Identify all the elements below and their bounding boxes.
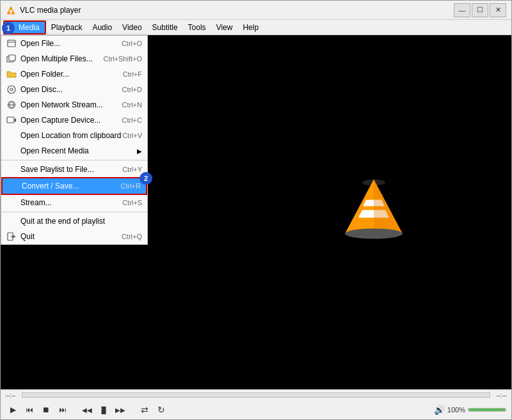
close-button[interactable]: ✕ bbox=[490, 3, 506, 17]
controls-bar: –:– –:– ▶ ⏮ ⏹ ⏭ ◀◀ ▐▌ ▶▶ ⇄ ↻ 🔊 100% bbox=[1, 389, 511, 419]
progress-bar[interactable] bbox=[22, 393, 490, 398]
svg-point-20 bbox=[345, 229, 403, 239]
menu-open-disc[interactable]: Open Disc... Ctrl+D bbox=[1, 82, 147, 97]
menu-subtitle[interactable]: Subtitle bbox=[147, 22, 183, 33]
volume-area: 🔊 100% bbox=[434, 405, 506, 415]
svg-point-7 bbox=[8, 86, 15, 93]
slower-button[interactable]: ◀◀ bbox=[80, 403, 94, 417]
menu-convert-save[interactable]: 2 Convert / Save... Ctrl+R bbox=[1, 177, 147, 195]
step2-badge: 2 bbox=[140, 172, 152, 185]
time-left: –:– bbox=[6, 391, 15, 399]
svg-point-8 bbox=[10, 88, 13, 91]
title-bar: VLC media player — ☐ ✕ bbox=[1, 1, 511, 20]
menu-tools[interactable]: Tools bbox=[183, 22, 211, 33]
maximize-button[interactable]: ☐ bbox=[472, 3, 488, 17]
menu-open-network[interactable]: Open Network Stream... Ctrl+N bbox=[1, 97, 147, 113]
separator-2 bbox=[1, 212, 147, 212]
volume-bar[interactable] bbox=[468, 408, 506, 412]
next-button[interactable]: ⏭ bbox=[56, 403, 70, 417]
open-multiple-icon bbox=[6, 54, 17, 64]
vlc-cone bbox=[339, 167, 409, 250]
menu-view[interactable]: View bbox=[211, 22, 238, 33]
app-icon bbox=[6, 5, 16, 15]
separator-1 bbox=[1, 160, 147, 160]
menu-open-multiple[interactable]: Open Multiple Files... Ctrl+Shift+O bbox=[1, 51, 147, 66]
menu-bar: 1 Media Playback Audio Video Subtitle To… bbox=[1, 20, 511, 35]
volume-fill bbox=[468, 408, 506, 411]
svg-rect-1 bbox=[10, 10, 13, 12]
menu-open-location[interactable]: Open Location from clipboard Ctrl+V bbox=[1, 128, 147, 143]
disc-icon bbox=[6, 84, 17, 95]
svg-rect-4 bbox=[8, 40, 15, 47]
faster-button[interactable]: ▶▶ bbox=[113, 403, 127, 417]
menu-open-capture[interactable]: Open Capture Device... Ctrl+C bbox=[1, 113, 147, 128]
folder-icon bbox=[6, 69, 17, 79]
capture-icon bbox=[6, 115, 17, 125]
vlc-window: VLC media player — ☐ ✕ 1 Media Playback … bbox=[0, 0, 512, 420]
stream-icon bbox=[6, 198, 17, 208]
menu-quit[interactable]: Quit Ctrl+Q bbox=[1, 229, 147, 244]
menu-playback[interactable]: Playback bbox=[46, 22, 88, 33]
svg-marker-19 bbox=[374, 180, 403, 234]
menu-help[interactable]: Help bbox=[237, 22, 264, 33]
menu-open-file[interactable]: Open File... Ctrl+O bbox=[1, 36, 147, 51]
save-playlist-icon bbox=[6, 164, 17, 175]
window-title: VLC media player bbox=[20, 6, 454, 15]
svg-rect-2 bbox=[10, 12, 12, 13]
menu-stream[interactable]: Stream... Ctrl+S bbox=[1, 195, 147, 210]
menu-open-folder[interactable]: Open Folder... Ctrl+F bbox=[1, 66, 147, 82]
frame-button[interactable]: ▐▌ bbox=[97, 403, 111, 417]
prev-button[interactable]: ⏮ bbox=[22, 403, 36, 417]
menu-save-playlist[interactable]: Save Playlist to File... Ctrl+Y bbox=[1, 162, 147, 177]
quit-end-icon bbox=[6, 216, 17, 226]
menu-quit-end[interactable]: Quit at the end of playlist bbox=[1, 214, 147, 229]
menu-open-recent[interactable]: Open Recent Media ▶ bbox=[1, 143, 147, 159]
svg-rect-6 bbox=[9, 55, 15, 61]
convert-icon bbox=[8, 181, 18, 191]
location-icon bbox=[6, 130, 17, 141]
menu-video[interactable]: Video bbox=[117, 22, 147, 33]
open-file-icon bbox=[6, 38, 17, 49]
svg-rect-11 bbox=[7, 117, 14, 123]
repeat-button[interactable]: ↻ bbox=[154, 403, 168, 417]
quit-icon bbox=[6, 231, 17, 242]
volume-label: 100% bbox=[447, 406, 465, 414]
stop-button[interactable]: ⏹ bbox=[39, 403, 53, 417]
play-button[interactable]: ▶ bbox=[6, 403, 20, 417]
submenu-arrow: ▶ bbox=[137, 148, 142, 155]
menu-audio[interactable]: Audio bbox=[87, 22, 117, 33]
controls-row: ▶ ⏮ ⏹ ⏭ ◀◀ ▐▌ ▶▶ ⇄ ↻ 🔊 100% bbox=[1, 400, 511, 419]
recent-icon bbox=[6, 146, 17, 156]
shuffle-button[interactable]: ⇄ bbox=[138, 403, 152, 417]
network-icon bbox=[6, 100, 17, 110]
volume-icon: 🔊 bbox=[434, 405, 445, 415]
media-dropdown: Open File... Ctrl+O Open Multiple Files.… bbox=[1, 35, 148, 245]
window-controls: — ☐ ✕ bbox=[454, 3, 506, 17]
time-right: –:– bbox=[497, 391, 506, 399]
minimize-button[interactable]: — bbox=[454, 3, 470, 17]
svg-rect-3 bbox=[10, 13, 12, 14]
step1-badge: 1 bbox=[2, 22, 15, 35]
